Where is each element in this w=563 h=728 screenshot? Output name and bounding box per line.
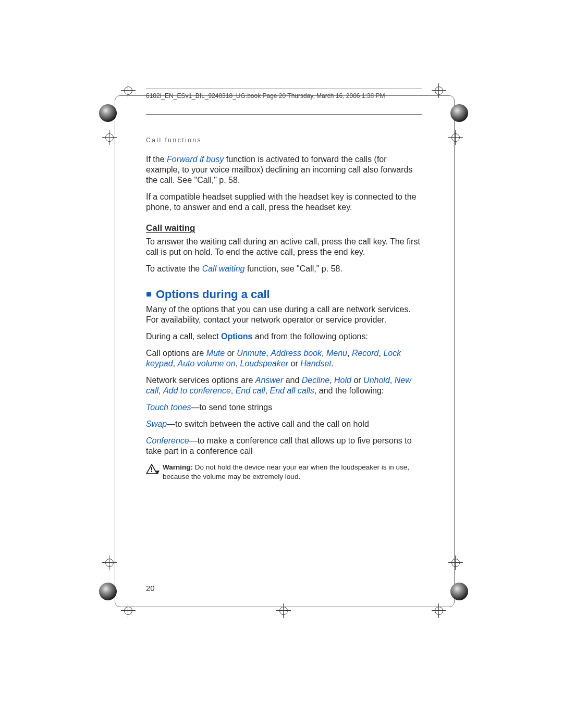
heading-options-during-call: Options during a call (146, 288, 422, 301)
book-header: 6102i_EN_ESv1_BIL_9248318_UG.book Page 2… (146, 92, 422, 100)
text: and from the following options: (253, 332, 368, 341)
warning-icon (146, 464, 160, 475)
term-forward-if-busy: Forward if busy (167, 155, 224, 164)
term-record: Record (352, 349, 379, 357)
para-conference: Conference—to make a conference call tha… (146, 436, 422, 456)
text: —to send tone strings (191, 403, 273, 412)
text: If the (146, 155, 167, 164)
text: function, see "Call," p. 58. (244, 264, 342, 273)
reg-cross-icon (432, 603, 446, 618)
text: , and the following: (314, 386, 384, 395)
para-options-intro: Many of the options that you can use dur… (146, 304, 422, 325)
term-auto-volume: Auto volume on (177, 359, 235, 368)
text: , (390, 376, 395, 385)
header-rule (146, 114, 422, 115)
page-content: 6102i_EN_ESv1_BIL_9248318_UG.book Page 2… (146, 89, 422, 481)
warning-text: Warning: Do not hold the device near you… (163, 463, 422, 481)
text: , (236, 359, 240, 368)
reg-sphere-icon (99, 104, 117, 122)
text: , (266, 349, 271, 357)
term-add-conference: Add to conference (163, 386, 231, 395)
para-network-options: Network services options are Answer and … (146, 375, 422, 396)
term-decline: Decline (302, 376, 329, 385)
reg-cross-icon (276, 603, 291, 618)
text: , (347, 349, 352, 357)
text: Call options are (146, 349, 206, 357)
text: or (351, 376, 363, 385)
term-end-all-calls: End all calls (270, 386, 314, 395)
term-conference: Conference (146, 436, 189, 445)
text: and (283, 376, 302, 385)
text: , (231, 386, 236, 395)
text: During a call, select (146, 332, 221, 341)
warning-label: Warning: (163, 463, 193, 471)
page-number: 20 (146, 584, 155, 593)
para-call-options: Call options are Mute or Unmute, Address… (146, 348, 422, 369)
reg-cross-icon (432, 83, 446, 98)
reg-sphere-icon (450, 583, 468, 600)
term-unmute: Unmute (237, 349, 266, 357)
term-touch-tones: Touch tones (146, 403, 191, 412)
term-options: Options (221, 332, 252, 341)
text: or (288, 359, 300, 368)
term-menu: Menu (326, 349, 347, 357)
para-call-waiting-1: To answer the waiting call during an act… (146, 237, 422, 257)
term-handset: Handset (300, 359, 332, 368)
reg-cross-icon (121, 83, 136, 98)
term-end-call: End call (236, 386, 265, 395)
reg-cross-icon (102, 556, 117, 570)
term-answer: Answer (255, 376, 283, 385)
term-unhold: Unhold (363, 376, 390, 385)
term-mute: Mute (206, 349, 225, 357)
section-label: Call functions (146, 137, 422, 144)
term-address-book: Address book (271, 349, 322, 357)
text: or (225, 349, 237, 357)
svg-rect-1 (151, 467, 152, 471)
para-touch-tones: Touch tones—to send tone strings (146, 402, 422, 413)
warning-body: Do not hold the device near your ear whe… (163, 463, 409, 480)
term-call-waiting: Call waiting (202, 264, 245, 273)
para-forward-if-busy: If the Forward if busy function is activ… (146, 154, 422, 186)
text: , (329, 376, 334, 385)
term-swap: Swap (146, 419, 167, 428)
text: , (158, 386, 163, 395)
reg-cross-icon (121, 603, 136, 618)
text: —to switch between the active call and t… (167, 419, 369, 428)
reg-cross-icon (448, 556, 463, 570)
svg-rect-2 (151, 471, 152, 472)
warning-block: Warning: Do not hold the device near you… (146, 463, 422, 481)
text: , (322, 349, 326, 357)
subhead-call-waiting: Call waiting (146, 223, 422, 233)
term-hold: Hold (334, 376, 351, 385)
reg-sphere-icon (99, 583, 117, 600)
reg-sphere-icon (450, 104, 468, 122)
para-options-select: During a call, select Options and from t… (146, 331, 422, 342)
reg-cross-icon (102, 130, 117, 145)
term-loudspeaker: Loudspeaker (240, 359, 289, 368)
header-rule (146, 89, 422, 89)
para-swap: Swap—to switch between the active call a… (146, 419, 422, 429)
para-call-waiting-2: To activate the Call waiting function, s… (146, 264, 422, 274)
reg-cross-icon (448, 130, 463, 145)
text: Network services options are (146, 376, 255, 385)
para-headset: If a compatible headset supplied with th… (146, 192, 422, 213)
text: . (332, 359, 334, 368)
text: To activate the (146, 264, 202, 273)
